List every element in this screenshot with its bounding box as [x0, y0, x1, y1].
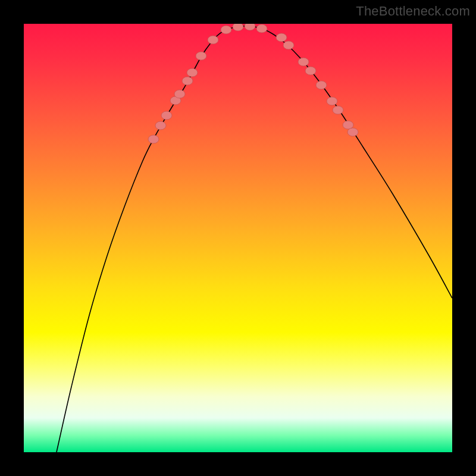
marker-dot — [305, 67, 316, 75]
marker-dot — [155, 121, 166, 130]
marker-dot — [196, 52, 206, 60]
marker-dot — [233, 24, 243, 31]
marker-dot — [245, 24, 255, 30]
chart-frame: TheBottleneck.com — [0, 0, 476, 476]
plot-area — [24, 24, 452, 452]
marker-dot — [182, 77, 193, 85]
marker-dot — [283, 41, 294, 49]
marker-dot — [208, 36, 218, 44]
bottleneck-curve — [57, 26, 452, 452]
curve-layer — [24, 24, 452, 452]
marker-dot — [333, 106, 343, 114]
marker-dot — [256, 24, 267, 33]
marker-dot — [327, 97, 337, 105]
marker-dot — [316, 81, 327, 89]
marker-dot — [221, 26, 231, 34]
marker-dot — [148, 135, 159, 143]
marker-dot — [161, 111, 172, 120]
marker-dot — [298, 58, 309, 66]
marker-dot — [174, 90, 185, 98]
marker-dot — [276, 33, 287, 42]
marker-dot — [187, 68, 198, 77]
marker-group — [148, 24, 358, 143]
watermark-text: TheBottleneck.com — [356, 4, 470, 19]
marker-dot — [347, 128, 358, 136]
